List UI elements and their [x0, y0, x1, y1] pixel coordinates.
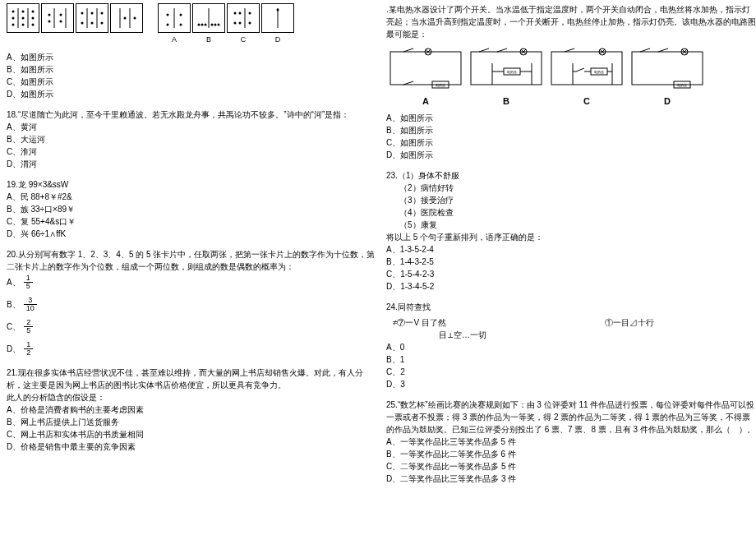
svg-point-8	[32, 11, 35, 13]
svg-rect-70	[551, 52, 622, 85]
q19-stem: 19.龙 99×3&ssW	[7, 178, 376, 191]
opt-label: D、	[7, 343, 21, 355]
svg-point-44	[239, 22, 242, 25]
svg-point-21	[91, 22, 94, 25]
fraction: 310	[24, 297, 37, 312]
q20-opt-c: C、 25	[7, 317, 376, 336]
q21-stem1: 21.现在很多实体书店经营状况不佳，甚至难以维持，而大量的网上书店却销售火爆。对…	[7, 367, 376, 391]
pattern-box-d	[261, 3, 294, 33]
svg-point-41	[234, 12, 237, 15]
q17: A B C D A、如图所示 B、如图所示 C、如图所示 D、如图所示	[7, 3, 376, 100]
svg-point-9	[32, 17, 35, 20]
q19: 19.龙 99×3&ssW A、民 88+8￥#2& B、族 33÷口×89￥ …	[7, 178, 376, 240]
q24-opt-a: A、0	[386, 341, 756, 353]
svg-point-49	[277, 9, 279, 12]
q23-prompt: 将以上 5 个句子重新排列，语序正确的是：	[386, 231, 756, 243]
svg-point-18	[81, 22, 84, 25]
label-d: D	[628, 95, 707, 108]
svg-point-11	[48, 14, 51, 16]
svg-point-40	[218, 24, 220, 26]
q23-opt-a: A、1-3-5-2-4	[386, 243, 756, 256]
svg-point-30	[167, 24, 169, 26]
q21-opt-d: D、价格是销售中最主要的竞争因素	[7, 440, 376, 453]
q18-opt-d: D、渭河	[7, 158, 376, 170]
q22-opt-c: C、如图所示	[386, 136, 756, 149]
svg-text:电热丝: 电热丝	[507, 70, 517, 74]
q21-opt-a: A、价格是消费者购书的主要考虑因素	[7, 404, 376, 416]
svg-point-42	[234, 22, 237, 25]
q23-item-2: （2）病情好转	[386, 182, 756, 194]
svg-line-60	[497, 48, 507, 52]
label-a: A	[158, 35, 191, 46]
sym-right: ①一目⊿十行	[605, 316, 654, 329]
q25-opt-a: A、一等奖作品比三等奖作品多 5 件	[386, 436, 756, 448]
label-b: B	[192, 35, 225, 46]
svg-point-39	[214, 24, 217, 26]
svg-point-5	[22, 17, 25, 20]
q24-symbols-line2: 目⊥空…一切	[386, 329, 756, 341]
q23-item-4: （4）医院检查	[386, 206, 756, 219]
q17-answer-labels: A B C D	[158, 35, 294, 46]
circuit-b: 电热丝	[467, 45, 546, 91]
q22-opt-a: A、如图所示	[386, 112, 756, 124]
svg-point-26	[124, 17, 127, 20]
q22-opt-d: D、如图所示	[386, 149, 756, 161]
circuit-c: 电热丝	[547, 45, 626, 91]
svg-point-28	[134, 17, 136, 20]
svg-point-6	[22, 24, 25, 26]
left-column: A B C D A、如图所示 B、如图所示 C、如图所示 D、如图所示 18.“…	[7, 3, 376, 461]
q20-opt-a: A、 15	[7, 273, 376, 292]
svg-point-0	[12, 11, 15, 13]
q24-stem: 24.同符查找	[386, 301, 756, 313]
svg-line-77	[576, 68, 584, 71]
svg-line-85	[658, 48, 668, 52]
q17-opt-b: B、如图所示	[7, 63, 376, 76]
q23-opt-d: D、1-3-4-5-2	[386, 280, 756, 293]
q17-opt-c: C、如图所示	[7, 76, 376, 88]
q24: 24.同符查找 ≠⑦一V 目了然 ①一目⊿十行 目⊥空…一切 A、0 B、1 C…	[386, 301, 756, 390]
q23-item-5: （5）康复	[386, 219, 756, 231]
q21-opt-b: B、网上书店提供上门送货服务	[7, 416, 376, 428]
svg-point-14	[60, 14, 62, 16]
pattern-box-a	[158, 3, 191, 33]
q22-labels: A B C D	[386, 95, 756, 108]
fraction: 15	[24, 274, 33, 290]
q20-opt-b: B、 310	[7, 295, 376, 314]
svg-point-24	[101, 22, 104, 25]
svg-point-2	[12, 24, 15, 26]
q19-opt-a: A、民 88+8￥#2&	[7, 191, 376, 203]
q25-opt-b: B、一等奖作品比二等奖作品多 6 件	[386, 448, 756, 460]
svg-point-15	[60, 21, 62, 23]
pattern-box-b	[192, 3, 225, 33]
q25-stem: 25.“数艺杯”绘画比赛的决赛规则如下：由 3 位评委对 11 件作品进行投票，…	[386, 399, 756, 436]
svg-point-43	[239, 12, 242, 15]
svg-point-29	[167, 14, 169, 16]
circuit-d: 电热丝	[628, 45, 707, 91]
pattern-box-c	[227, 3, 260, 33]
q23-stem: 23.（1）身体不舒服	[386, 169, 756, 182]
q18-opt-c: C、淮河	[7, 145, 376, 158]
svg-point-35	[201, 24, 204, 26]
svg-point-17	[81, 12, 84, 15]
svg-line-55	[403, 81, 413, 85]
q23-opt-b: B、1-4-3-2-5	[386, 256, 756, 268]
q17-opt-a: A、如图所示	[7, 51, 376, 63]
q23-opt-c: C、1-5-4-2-3	[386, 268, 756, 280]
opt-label: A、	[7, 276, 21, 288]
pattern-box	[41, 3, 74, 33]
q18-opt-a: A、黄河	[7, 121, 376, 133]
svg-point-33	[180, 24, 182, 26]
svg-point-20	[91, 12, 94, 15]
svg-point-46	[249, 12, 251, 15]
q21-stem2: 此人的分析隐含的假设是：	[7, 391, 376, 404]
q25: 25.“数艺杯”绘画比赛的决赛规则如下：由 3 位评委对 11 件作品进行投票，…	[386, 399, 756, 485]
q20-stem: 20.从分别写有数字 1、2、3、4、5 的 5 张卡片中，任取两张，把第一张卡…	[7, 248, 376, 273]
svg-rect-50	[390, 52, 461, 85]
q19-opt-b: B、族 33÷口×89￥	[7, 203, 376, 215]
q22: .某电热水器设计了两个开关。当水温低于指定温度时，两个开关自动闭合，电热丝将水加…	[386, 3, 756, 161]
svg-point-10	[32, 24, 35, 26]
q18-stem: 18.“尽道隋亡为此河，至今千里赖通波。若无水殿龙舟事，共禹论功不较多。”诗中的…	[7, 108, 376, 121]
svg-point-36	[205, 24, 207, 26]
svg-point-32	[180, 14, 182, 16]
sym-mid: 目⊥空…一切	[439, 329, 486, 341]
